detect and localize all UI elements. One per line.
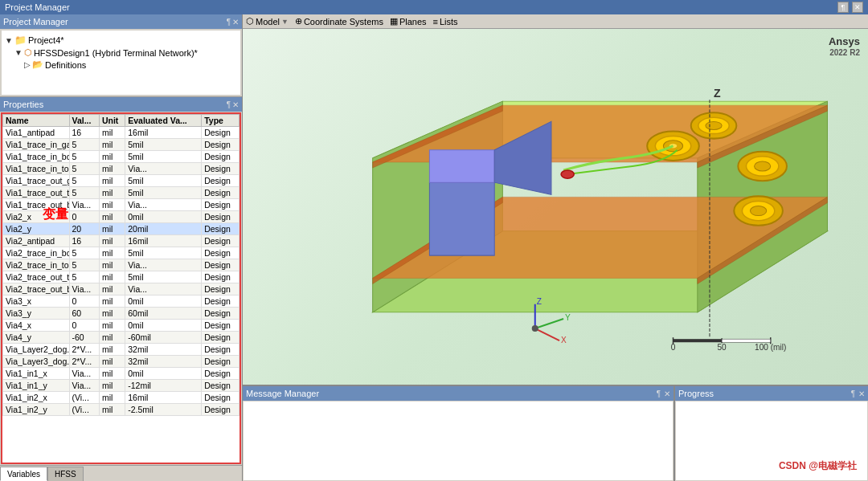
table-row[interactable]: Via4_x0mil0milDesign — [3, 320, 240, 332]
ansys-version: 2022 R2 — [829, 48, 860, 58]
properties-titlebar: Properties ¶ ✕ — [0, 97, 242, 112]
table-row[interactable]: Via4_y-60mil-60milDesign — [3, 332, 240, 344]
bottom-tabs: Variables HFSS — [0, 465, 242, 481]
table-row[interactable]: Via1_trace_out_botVia...milVia...Design — [3, 199, 240, 211]
lists-label: Lists — [440, 17, 458, 26]
tree-design[interactable]: ▼ ⬡ HFSSDesign1 (Hybrid Terminal Network… — [5, 47, 237, 59]
ansys-name: Ansys — [829, 35, 860, 48]
table-row[interactable]: Via1_trace_in_gap5mil5milDesign — [3, 139, 240, 151]
design-name: HFSSDesign1 (Hybrid Terminal Network)* — [34, 48, 198, 58]
project-folder-icon: 📁 — [14, 35, 27, 46]
table-row[interactable]: Via2_trace_in_bot5mil5milDesign — [3, 247, 240, 259]
planes-icon: ▦ — [390, 16, 398, 26]
col-type: Type — [202, 115, 240, 127]
project-name: Project4* — [28, 35, 64, 45]
table-row[interactable]: Via2_antipad16mil16milDesign — [3, 235, 240, 247]
progress-close-icon[interactable]: ✕ — [858, 389, 865, 398]
model-icon: ⬡ — [246, 16, 254, 26]
col-val: Val... — [69, 115, 99, 127]
project-manager-titlebar: Project Manager ¶ ✕ — [0, 14, 242, 29]
table-row[interactable]: Via1_in2_y(Vi...mil-2.5milDesign — [3, 404, 240, 416]
tab-hfss[interactable]: HFSS — [47, 467, 84, 481]
table-row[interactable]: Via1_trace_out_top5mil5milDesign — [3, 187, 240, 199]
tab-variables[interactable]: Variables — [0, 467, 47, 481]
properties-panel: Properties ¶ ✕ 变量 Name Val... Unit Evalu — [0, 97, 242, 481]
svg-text:100 (mil): 100 (mil) — [755, 343, 786, 352]
pm-pin-icon[interactable]: ¶ — [227, 18, 231, 26]
msg-controls: ¶ ✕ — [657, 389, 670, 398]
table-row[interactable]: Via2_trace_in_top5milVia...Design — [3, 259, 240, 271]
props-close-icon[interactable]: ✕ — [232, 100, 239, 109]
props-pin-icon[interactable]: ¶ — [227, 100, 231, 109]
col-evaluated: Evaluated Va... — [125, 115, 202, 127]
table-row[interactable]: Via_Layer3_dog...2*V...mil32milDesign — [3, 356, 240, 368]
toolbar-model[interactable]: ⬡ Model ▼ — [246, 16, 289, 26]
table-row[interactable]: Via2_trace_out_botVia...milVia...Design — [3, 283, 240, 296]
table-row[interactable]: Via1_in2_x(Vi...mil16milDesign — [3, 392, 240, 404]
table-row[interactable]: Via2_y20mil20milDesign — [3, 223, 240, 235]
svg-rect-41 — [722, 339, 771, 342]
props-controls: ¶ ✕ — [227, 100, 239, 109]
expand-project-icon[interactable]: ▼ — [5, 36, 13, 45]
properties-table: Name Val... Unit Evaluated Va... Type Vi… — [2, 114, 240, 416]
svg-line-29 — [535, 328, 559, 340]
pin-button[interactable]: ¶ — [837, 2, 849, 13]
csdn-watermark: CSDN @电磁学社 — [779, 459, 857, 473]
svg-point-19 — [706, 121, 722, 129]
table-row[interactable]: Via1_antipad16mil16milDesign — [3, 127, 240, 139]
table-row[interactable]: Via2_x0mil0milDesign — [3, 211, 240, 223]
table-row[interactable]: Via_Layer2_dog...2*V...mil32milDesign — [3, 344, 240, 356]
model-label: Model — [256, 17, 280, 26]
progress-label: Progress — [678, 389, 714, 398]
message-manager-titlebar: Message Manager ¶ ✕ — [243, 386, 674, 401]
toolbar-planes[interactable]: ▦ Planes — [390, 16, 427, 26]
svg-marker-11 — [429, 150, 494, 182]
model-expand-icon[interactable]: ▼ — [281, 18, 289, 26]
definitions-icon: 📂 — [32, 59, 43, 70]
table-row[interactable]: Via1_in1_yVia...mil-12milDesign — [3, 380, 240, 392]
message-content — [244, 402, 673, 480]
msg-pin-icon[interactable]: ¶ — [657, 389, 661, 398]
table-row[interactable]: Via2_trace_out_top5mil5milDesign — [3, 271, 240, 283]
message-manager: Message Manager ¶ ✕ — [243, 386, 675, 481]
table-row[interactable]: Via1_trace_out_gap5mil5milDesign — [3, 175, 240, 187]
table-row[interactable]: Via3_y60mil60milDesign — [3, 308, 240, 320]
table-row[interactable]: Via1_trace_in_bot5mil5milDesign — [3, 151, 240, 163]
pm-controls: ¶ ✕ — [227, 18, 239, 26]
properties-table-container[interactable]: 变量 Name Val... Unit Evaluated Va... Type… — [1, 112, 241, 464]
table-row[interactable]: Via1_in1_xVia...mil0milDesign — [3, 368, 240, 380]
expand-design-icon[interactable]: ▼ — [14, 48, 23, 57]
svg-text:50: 50 — [718, 343, 727, 352]
toolbar-lists[interactable]: ≡ Lists — [433, 16, 458, 26]
svg-text:Z: Z — [714, 87, 721, 100]
viewport[interactable]: Ansys 2022 R2 — [243, 29, 868, 385]
svg-rect-40 — [674, 339, 723, 342]
table-row[interactable]: Via1_trace_in_top5milVia...Design — [3, 163, 240, 175]
bottom-area: Message Manager ¶ ✕ Progress ¶ ✕ — [243, 385, 868, 481]
tree-project[interactable]: ▼ 📁 Project4* — [5, 34, 237, 47]
project-tree: ▼ 📁 Project4* ▼ ⬡ HFSSDesign1 (Hybrid Te… — [2, 31, 240, 95]
design-icon: ⬡ — [24, 47, 32, 58]
svg-text:0: 0 — [671, 343, 676, 352]
ansys-logo: Ansys 2022 R2 — [829, 35, 860, 58]
table-row[interactable]: Via3_x0mil0milDesign — [3, 296, 240, 308]
coord-label: Coordinate Systems — [304, 17, 383, 26]
close-button[interactable]: ✕ — [852, 2, 863, 13]
definitions-label: Definitions — [45, 60, 86, 70]
svg-text:Z: Z — [537, 297, 542, 306]
properties-label: Properties — [3, 100, 43, 109]
tree-definitions[interactable]: ▷ 📂 Definitions — [5, 59, 237, 71]
toolbar-coord[interactable]: ⊕ Coordinate Systems — [295, 16, 383, 26]
svg-text:X: X — [561, 336, 567, 344]
progress-pin-icon[interactable]: ¶ — [851, 389, 855, 398]
msg-close-icon[interactable]: ✕ — [664, 389, 670, 398]
svg-point-25 — [750, 206, 766, 215]
svg-line-31 — [535, 319, 563, 328]
project-manager: Project Manager ¶ ✕ ▼ 📁 Project4* ▼ ⬡ HF… — [0, 14, 242, 97]
pm-close-icon[interactable]: ✕ — [232, 18, 239, 26]
left-panel: Project Manager ¶ ✕ ▼ 📁 Project4* ▼ ⬡ HF… — [0, 14, 243, 481]
svg-text:Y: Y — [565, 313, 571, 322]
col-name: Name — [3, 115, 70, 127]
expand-def-icon[interactable]: ▷ — [24, 60, 31, 69]
svg-marker-10 — [429, 182, 494, 255]
